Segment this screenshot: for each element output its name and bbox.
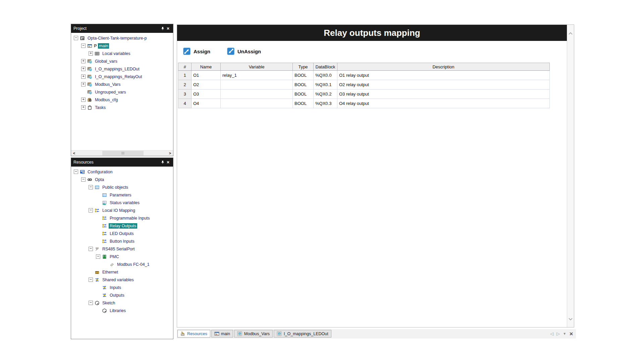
serial-port-icon [95,247,100,251]
datablock-cell[interactable]: %QX0.3 [314,99,337,108]
expander-collapsed-icon[interactable]: + [81,59,86,63]
tree-item-local-io-mapping[interactable]: − Local IO Mapping [71,206,173,214]
tree-item-ungrouped-vars[interactable]: G Ungrouped_vars [71,88,173,96]
scrollbar-thumb[interactable] [102,151,144,156]
row-num-cell[interactable]: 3 [178,89,192,99]
tree-item-modbus-vars[interactable]: + G Modbus_Vars [71,80,173,88]
tree-item-led-outputs[interactable]: LED Outputs [71,230,173,237]
tree-item-ethernet[interactable]: Ethernet [71,268,173,276]
name-cell[interactable]: O1 [192,71,221,80]
tab-close-icon[interactable]: ✕ [569,331,573,336]
tab-main[interactable]: main [211,330,233,338]
row-num-cell[interactable]: 1 [178,71,192,80]
tree-item-relay-outputs[interactable]: Relay Outputs [71,222,173,230]
editor-title-bar: Relay outputs mapping [177,25,567,41]
datablock-cell[interactable]: %QX0.0 [314,71,337,80]
table-row[interactable]: 3 O3 BOOL %QX0.2 O3 relay output [178,89,550,99]
expander-expanded-icon[interactable]: − [89,185,93,189]
tree-item-rs485-serialport[interactable]: − RS485 SerialPort [71,245,173,253]
variable-cell[interactable] [221,89,293,99]
expander-expanded-icon[interactable]: − [89,278,93,282]
expander-expanded-icon[interactable]: − [81,177,86,182]
tab-list-dropdown-icon[interactable]: ▼ [563,332,566,336]
assign-button[interactable]: Assign [183,48,210,55]
expander-collapsed-icon[interactable]: + [81,98,86,102]
variable-cell[interactable]: relay_1 [221,71,293,80]
tree-item-sketch[interactable]: − Sketch [71,299,173,307]
expander-expanded-icon[interactable]: − [89,247,93,251]
tree-item-opta[interactable]: − Opta [71,176,173,183]
expander-expanded-icon[interactable]: − [89,208,93,213]
tree-item-button-inputs[interactable]: Button Inputs [71,237,173,245]
svg-text:G: G [278,333,280,335]
type-cell[interactable]: BOOL [293,99,314,108]
scroll-up-icon[interactable] [569,30,573,36]
tree-item-main[interactable]: − P main [71,42,173,50]
type-cell[interactable]: BOOL [293,80,314,89]
datablock-cell[interactable]: %QX0.2 [314,89,337,99]
description-cell[interactable]: O2 relay output [337,80,550,89]
tree-item-programmable-inputs[interactable]: Programmable Inputs [71,214,173,222]
unassign-button[interactable]: UnAssign [227,48,261,55]
expander-expanded-icon[interactable]: − [74,170,78,174]
tab-scroll-left-icon[interactable]: ◁ [550,331,553,336]
expander-collapsed-icon[interactable]: + [81,105,86,110]
tree-item-configuration[interactable]: − Configuration [71,168,173,176]
expander-expanded-icon[interactable]: − [81,44,86,48]
expander-collapsed-icon[interactable]: + [81,82,86,86]
tree-item-label: Opta [94,177,105,182]
expander-expanded-icon[interactable]: − [74,36,78,40]
expander-expanded-icon[interactable]: − [89,301,93,305]
expander-collapsed-icon[interactable]: + [89,51,93,56]
scroll-left-arrow-icon[interactable]: < [71,150,77,156]
tree-item-parameters[interactable]: Parameters [71,191,173,199]
expander-collapsed-icon[interactable]: + [81,74,86,79]
tree-item-shared-variables[interactable]: − Shared variables [71,276,173,284]
description-cell[interactable]: O4 relay output [337,99,550,108]
tree-item-libraries[interactable]: Libraries [71,307,173,314]
type-cell[interactable]: BOOL [293,71,314,80]
tab-modbus-vars[interactable]: G Modbus_Vars [234,330,273,338]
tree-item-project-root[interactable]: − Opta-Client-Tank-temperature-p [71,34,173,42]
close-icon[interactable]: ✕ [165,26,171,31]
close-icon[interactable]: ✕ [165,160,171,165]
tab-scroll-right-icon[interactable]: ▷ [556,331,560,336]
tree-item-outputs[interactable]: Outputs [71,291,173,299]
tree-item-public-objects[interactable]: − Public objects [71,183,173,191]
scroll-right-arrow-icon[interactable]: > [167,150,173,156]
tab-io-mappings-ledout[interactable]: G I_O_mappings_LEDOut [274,330,331,338]
scroll-down-icon[interactable] [569,316,573,322]
tree-item-modbus-fc-04-1[interactable]: Modbus FC-04_1 [71,260,173,268]
datablock-cell[interactable]: %QX0.1 [314,80,337,89]
name-cell[interactable]: O3 [192,89,221,99]
row-num-cell[interactable]: 4 [178,99,192,108]
name-cell[interactable]: O2 [192,80,221,89]
vertical-scrollbar[interactable] [567,25,574,327]
tree-item-pmc[interactable]: − PMC [71,253,173,260]
description-cell[interactable]: O3 relay output [337,89,550,99]
table-row[interactable]: 1 O1 relay_1 BOOL %QX0.0 O1 relay output [178,71,550,80]
tree-item-io-mappings-relayout[interactable]: + G I_O_mappings_RelayOut [71,73,173,80]
name-cell[interactable]: O4 [192,99,221,108]
tree-item-tasks[interactable]: + Tasks [71,104,173,111]
table-row[interactable]: 2 O2 BOOL %QX0.1 O2 relay output [178,80,550,89]
description-cell[interactable]: O1 relay output [337,71,550,80]
row-num-cell[interactable]: 2 [178,80,192,89]
scrollbar-track[interactable] [77,150,167,156]
variable-cell[interactable] [221,99,293,108]
pin-icon[interactable] [160,160,165,165]
type-cell[interactable]: BOOL [293,89,314,99]
tree-item-io-mappings-ledout[interactable]: + G I_O_mappings_LEDOut [71,65,173,73]
expander-expanded-icon[interactable]: − [96,254,100,259]
variable-cell[interactable] [221,80,293,89]
tree-item-modbus-cfg[interactable]: + Modbus_cfg [71,96,173,104]
pin-icon[interactable] [160,26,165,31]
tree-item-local-variables[interactable]: + Local variables [71,50,173,57]
expander-collapsed-icon[interactable]: + [81,67,86,71]
project-panel-title: Project [73,26,87,31]
tab-resources[interactable]: Resources [177,330,210,338]
tree-item-global-vars[interactable]: + G Global_vars [71,57,173,65]
tree-item-inputs[interactable]: Inputs [71,284,173,291]
tree-item-status-variables[interactable]: Status variables [71,199,173,206]
table-row[interactable]: 4 O4 BOOL %QX0.3 O4 relay output [178,99,550,108]
